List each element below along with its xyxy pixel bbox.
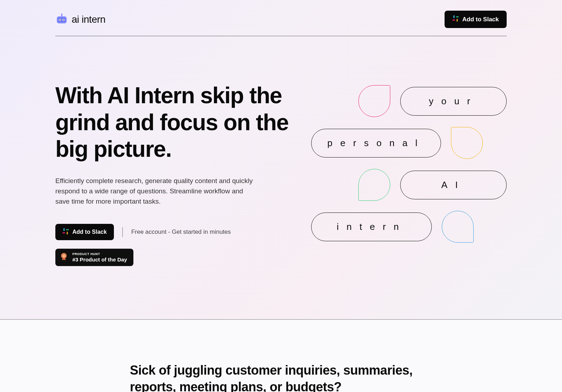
svg-rect-13: [66, 229, 69, 230]
hero-graphic: your personal AI intern: [311, 82, 507, 266]
svg-rect-11: [452, 20, 455, 21]
capsule-row-4: intern: [311, 211, 507, 243]
button-label: Add to Slack: [72, 229, 107, 235]
site-header: ai intern Add to Slack: [55, 0, 507, 36]
capsule-ai: AI: [400, 171, 507, 199]
svg-rect-9: [456, 16, 459, 17]
cta-row: Add to Slack Free account - Get started …: [55, 224, 290, 240]
svg-point-5: [63, 19, 64, 20]
svg-rect-8: [453, 15, 454, 18]
svg-rect-14: [67, 232, 68, 234]
hero-content: With AI Intern skip the grind and focus …: [55, 82, 290, 266]
medal-icon: 3: [60, 252, 68, 262]
hero-title: With AI Intern skip the grind and focus …: [55, 82, 290, 163]
brand-name: ai intern: [72, 14, 105, 25]
robot-icon: [55, 13, 68, 26]
svg-point-4: [60, 19, 61, 20]
slack-icon: [452, 15, 459, 23]
add-to-slack-hero-button[interactable]: Add to Slack: [55, 224, 114, 240]
divider: [122, 227, 123, 237]
svg-rect-15: [62, 232, 65, 233]
capsule-intern: intern: [311, 212, 432, 241]
capsule-row-2: personal: [311, 127, 507, 159]
product-hunt-title: #3 Product of the Day: [72, 256, 127, 263]
leaf-decoration-green: [358, 169, 390, 201]
slack-icon: [62, 228, 69, 236]
product-hunt-label: PRODUCT HUNT: [72, 252, 127, 256]
capsule-personal: personal: [311, 129, 441, 158]
svg-rect-10: [457, 19, 458, 22]
leaf-decoration-pink: [358, 85, 390, 117]
hero-section: With AI Intern skip the grind and focus …: [55, 36, 507, 319]
leaf-decoration-yellow: [451, 127, 483, 159]
svg-rect-12: [64, 228, 65, 231]
capsule-row-3: AI: [311, 169, 507, 201]
hero-description: Efficiently complete research, generate …: [55, 176, 254, 207]
button-label: Add to Slack: [462, 16, 499, 23]
section-2-title: Sick of juggling customer inquiries, sum…: [130, 362, 432, 392]
leaf-decoration-blue: [442, 211, 474, 243]
section-2: Sick of juggling customer inquiries, sum…: [0, 319, 562, 392]
add-to-slack-header-button[interactable]: Add to Slack: [445, 11, 507, 28]
product-hunt-badge[interactable]: 3 PRODUCT HUNT #3 Product of the Day: [55, 249, 133, 266]
capsule-your: your: [400, 87, 507, 116]
capsule-row-1: your: [311, 85, 507, 117]
svg-text:3: 3: [63, 254, 65, 258]
product-hunt-text: PRODUCT HUNT #3 Product of the Day: [72, 252, 127, 263]
brand-logo[interactable]: ai intern: [55, 13, 105, 26]
secondary-cta-text: Free account - Get started in minutes: [131, 228, 231, 236]
